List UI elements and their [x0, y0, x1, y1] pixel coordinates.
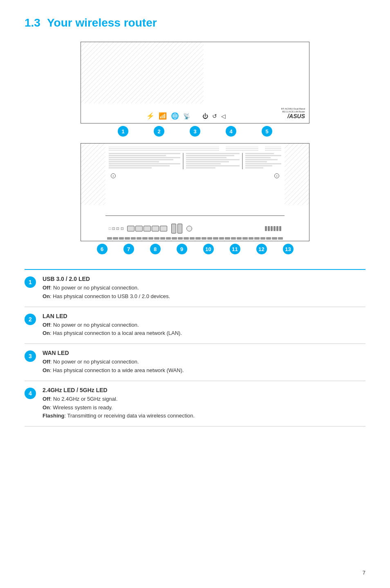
lan-port-5 — [160, 226, 167, 231]
lan-port-4 — [152, 226, 159, 231]
desc-title-4: 2.4GHz LED / 5GHz LED — [43, 387, 365, 393]
wifi-icon: 📶 — [159, 112, 167, 120]
usb-port-2 — [177, 224, 182, 233]
badge-6: 6 — [97, 244, 108, 254]
desc-line-2-1: Off: No power or no physical connection. — [43, 321, 365, 330]
power-port — [186, 226, 192, 231]
badge-1: 1 — [118, 126, 128, 137]
desc-line-1-2: On: Has physical connection to USB 3.0 /… — [43, 292, 365, 301]
desc-item-1: 1 USB 3.0 / 2.0 LED Off: No power or no … — [25, 270, 365, 307]
desc-item-2: 2 LAN LED Off: No power or no physical c… — [25, 307, 365, 344]
desc-line-4-3: Flashing: Transmitting or receiving data… — [43, 412, 365, 420]
desc-label-off-4: Off — [43, 396, 50, 402]
badge-7: 7 — [123, 244, 134, 254]
bottom-vent — [105, 237, 285, 241]
desc-badge-4: 4 — [25, 388, 36, 399]
usb-port-1 — [171, 224, 176, 233]
desc-line-1-1: Off: No power or no physical connection. — [43, 284, 365, 292]
desc-title-3: WAN LED — [43, 350, 365, 356]
section-title: 1.3 Your wireless router — [25, 16, 365, 29]
desc-line-2-2: On: Has physical connection to a local a… — [43, 329, 365, 338]
desc-line-4-2: On: Wireless system is ready. — [43, 404, 365, 412]
desc-label-off-2: Off — [43, 322, 50, 328]
desc-badge-1: 1 — [25, 276, 36, 288]
radio-icon: 📡 — [183, 113, 190, 119]
desc-label-on-4: On — [43, 404, 50, 411]
badge-8: 8 — [150, 244, 161, 254]
desc-label-flashing-4: Flashing — [43, 413, 64, 419]
usb-label: □ ⊡ ⊡ ⊡ — [109, 227, 124, 231]
vent-1 — [265, 226, 267, 231]
desc-label-on-3: On — [43, 367, 50, 373]
descriptions-section: 1 USB 3.0 / 2.0 LED Off: No power or no … — [25, 269, 365, 426]
badge-2: 2 — [154, 126, 164, 137]
vent-2 — [268, 226, 270, 231]
badge-10: 10 — [203, 244, 214, 254]
arrow-icon: ◁ — [221, 113, 226, 119]
lan-ports — [127, 226, 167, 231]
bottom-badge-row: 6 7 8 9 10 11 12 13 — [81, 241, 309, 257]
badge-13: 13 — [283, 244, 294, 254]
globe-icon: 🌐 — [171, 112, 179, 120]
screw-right — [274, 173, 279, 178]
badge-4: 4 — [226, 126, 236, 137]
usb-icon: ⚡ — [146, 112, 155, 120]
asus-label: RT-AC56U Dual Band 802.11 AC/E LAN Route… — [281, 108, 305, 120]
wps-icon: ↺ — [212, 113, 217, 119]
badge-12: 12 — [256, 244, 267, 254]
badge-11: 11 — [230, 244, 240, 254]
side-hatch-left — [81, 144, 105, 205]
power-icon: ⏻ — [202, 113, 208, 119]
usb-ports — [171, 224, 182, 233]
badge-9: 9 — [177, 244, 187, 254]
desc-line-4-1: Off: No 2.4GHz or 5GHz signal. — [43, 395, 365, 404]
asus-logo: /ASUS — [281, 113, 305, 120]
desc-content-2: LAN LED Off: No power or no physical con… — [43, 313, 365, 338]
right-vents — [265, 226, 281, 231]
lan-port-1 — [127, 226, 134, 231]
page-number: 7 — [363, 570, 365, 576]
desc-content-3: WAN LED Off: No power or no physical con… — [43, 350, 365, 375]
router-diagrams: ⚡ 📶 🌐 📡 ⏻ ↺ ◁ RT-AC56U Dual Band 802.11 … — [25, 42, 365, 257]
vent-5 — [276, 226, 278, 231]
side-hatch-right — [285, 144, 309, 205]
desc-item-3: 3 WAN LED Off: No power or no physical c… — [25, 344, 365, 381]
desc-label-on-2: On — [43, 330, 50, 336]
vent-4 — [273, 226, 276, 231]
svg-rect-1 — [81, 42, 204, 103]
desc-item-4: 4 2.4GHz LED / 5GHz LED Off: No 2.4GHz o… — [25, 381, 365, 426]
desc-line-3-1: Off: No power or no physical connection. — [43, 358, 365, 366]
desc-content-1: USB 3.0 / 2.0 LED Off: No power or no ph… — [43, 276, 365, 301]
side-main-area: □ ⊡ ⊡ ⊡ — [105, 144, 285, 241]
desc-title-2: LAN LED — [43, 313, 365, 319]
router-top-view: ⚡ 📶 🌐 📡 ⏻ ↺ ◁ RT-AC56U Dual Band 802.11 … — [81, 42, 309, 123]
svg-rect-5 — [81, 144, 105, 205]
top-view-hatch — [81, 42, 204, 103]
desc-badge-3: 3 — [25, 350, 36, 362]
vent-3 — [271, 226, 273, 231]
router-side-view: □ ⊡ ⊡ ⊡ — [81, 143, 309, 241]
top-badge-row: 1 2 3 4 5 — [81, 123, 309, 139]
section-number: 1.3 — [25, 16, 40, 29]
screw-left — [111, 173, 116, 178]
desc-content-4: 2.4GHz LED / 5GHz LED Off: No 2.4GHz or … — [43, 387, 365, 420]
desc-label-off-3: Off — [43, 359, 50, 365]
desc-line-3-2: On: Has physical connection to a wide ar… — [43, 366, 365, 375]
section-heading: Your wireless router — [47, 16, 157, 29]
desc-label-off-1: Off — [43, 285, 50, 291]
svg-rect-7 — [285, 144, 309, 205]
lan-port-2 — [135, 226, 143, 231]
desc-label-on-1: On — [43, 293, 50, 299]
desc-title-1: USB 3.0 / 2.0 LED — [43, 276, 365, 282]
badge-3: 3 — [190, 126, 200, 137]
asus-model: RT-AC56U Dual Band — [281, 108, 305, 110]
lan-port-3 — [143, 226, 151, 231]
desc-badge-2: 2 — [25, 314, 36, 325]
badge-5: 5 — [262, 126, 272, 137]
vent-6 — [279, 226, 281, 231]
